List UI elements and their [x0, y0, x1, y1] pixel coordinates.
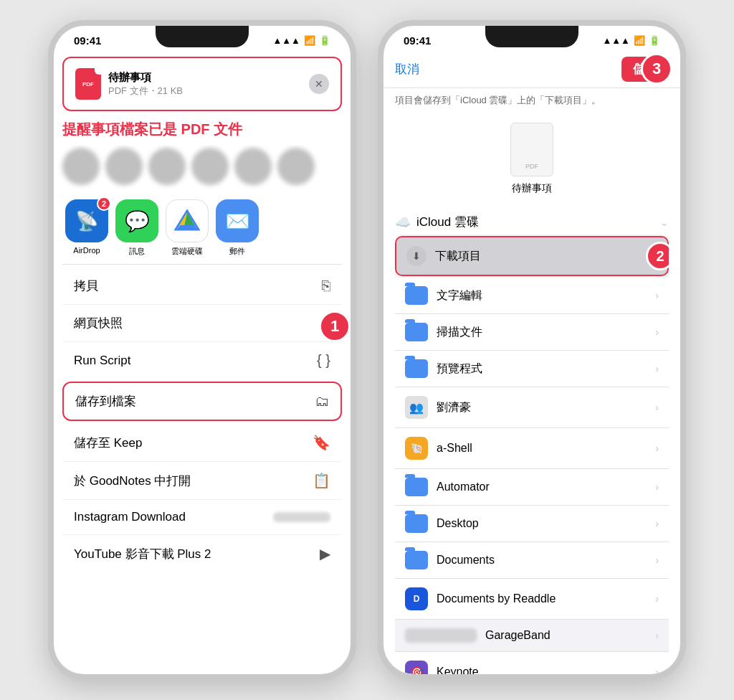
- folder-name-downloads: 下載項目: [435, 249, 654, 264]
- app-item-mail[interactable]: ✉️ 郵件: [216, 199, 259, 257]
- action-snapshot[interactable]: 網頁快照 P: [62, 305, 342, 342]
- folder-item-preview[interactable]: 預覽程式 ›: [395, 351, 669, 387]
- folder-item-textedit[interactable]: 文字編輯 ›: [395, 278, 669, 314]
- app-item-drive[interactable]: 雲端硬碟: [166, 199, 209, 257]
- app-row: 2 📡 AirDrop 💬 訊息: [54, 192, 351, 264]
- cloud-icon: ☁️: [395, 214, 411, 230]
- keep-label: 儲存至 Keep: [74, 435, 142, 451]
- save-btn-wrapper: 3 儲存: [621, 57, 669, 82]
- svg-marker-4: [177, 225, 197, 230]
- folder-chevron-readdle: ›: [655, 593, 659, 605]
- drive-label: 雲端硬碟: [171, 246, 203, 257]
- folder-item-downloads[interactable]: ⬇ 下載項目 ›: [395, 236, 669, 276]
- action-copy[interactable]: 拷貝 ⎘: [62, 268, 342, 305]
- action-goodnotes[interactable]: 於 GoodNotes 中打開 📋: [62, 462, 342, 500]
- tutorial-label: 提醒事項檔案已是 PDF 文件: [54, 115, 351, 145]
- folder-row-downloads-wrapper: 2 ⬇ 下載項目 ›: [395, 236, 669, 276]
- folder-item-garageband[interactable]: GarageBand ›: [395, 620, 669, 652]
- folder-item-documents[interactable]: Documents ›: [395, 542, 669, 579]
- automator-folder-icon: [405, 478, 428, 496]
- folder-item-scan[interactable]: 掃描文件 ›: [395, 314, 669, 351]
- keep-icon: 🔖: [313, 434, 330, 451]
- instagram-blur: [273, 512, 330, 522]
- avatar-5: [234, 148, 272, 185]
- actions-container: 拷貝 ⎘ 網頁快照 P Run Script { } 1: [54, 268, 351, 379]
- folder-name-scan: 掃描文件: [437, 325, 655, 340]
- textedit-folder-icon: [405, 286, 428, 305]
- badge-1: 1: [319, 311, 351, 342]
- time-2: 09:41: [404, 34, 431, 47]
- badge-2: 2: [646, 242, 669, 270]
- notch: [156, 26, 249, 47]
- action-instagram[interactable]: Instagram Download: [62, 500, 342, 535]
- action-keep[interactable]: 儲存至 Keep 🔖: [62, 424, 342, 462]
- snapshot-label: 網頁快照: [74, 315, 123, 331]
- folder-chevron-ashell: ›: [655, 443, 659, 454]
- app-item-messages[interactable]: 💬 訊息: [115, 199, 158, 257]
- folder-item-ashell[interactable]: 🐚 a-Shell ›: [395, 428, 669, 469]
- action-runscript[interactable]: Run Script { }: [62, 342, 342, 379]
- drive-icon: [166, 199, 209, 242]
- save-header: 取消 3 儲存: [383, 49, 680, 88]
- phone-2: 09:41 ▲▲▲ 📶 🔋 取消 3 儲存 項目會儲存到「iCloud 雲碟」上…: [378, 20, 686, 680]
- goodnotes-icon: 📋: [313, 472, 330, 489]
- copy-icon: ⎘: [322, 278, 330, 294]
- cancel-button[interactable]: 取消: [395, 61, 419, 77]
- folder-name-ashell: a-Shell: [437, 442, 655, 455]
- storage-header: ☁️ iCloud 雲碟 ⌄: [395, 207, 669, 235]
- storage-chevron: ⌄: [660, 217, 669, 228]
- file-header: PDF 待辦事項 PDF 文件・21 KB ✕: [62, 57, 342, 111]
- action-list-2: 儲存至 Keep 🔖 於 GoodNotes 中打開 📋 Instagram D…: [62, 424, 342, 572]
- folder-chevron-garageband: ›: [655, 630, 659, 641]
- copy-label: 拷貝: [74, 278, 98, 294]
- wifi-icon-2: 📶: [634, 35, 645, 46]
- save-description: 項目會儲存到「iCloud 雲碟」上的「下載項目」。: [383, 88, 680, 115]
- action-save-files[interactable]: 儲存到檔案 🗂: [64, 383, 340, 420]
- folder-name-keynote: Keynote: [437, 666, 655, 674]
- avatar-2: [105, 148, 143, 185]
- action-save-files-wrapper: 儲存到檔案 🗂: [62, 382, 342, 421]
- download-folder-icon: ⬇: [406, 246, 426, 266]
- runscript-icon: { }: [317, 352, 330, 369]
- folder-item-keynote[interactable]: 🎯 Keynote ›: [395, 652, 669, 674]
- youtube-label: YouTube 影音下載 Plus 2: [74, 546, 211, 562]
- folder-item-automator[interactable]: Automator ›: [395, 469, 669, 506]
- storage-section: ☁️ iCloud 雲碟 ⌄ 2 ⬇ 下載項目 ›: [383, 207, 680, 674]
- file-info: PDF 待辦事項 PDF 文件・21 KB: [75, 68, 183, 100]
- avatar-3: [148, 148, 186, 185]
- folder-item-desktop[interactable]: Desktop ›: [395, 506, 669, 542]
- folder-chevron-scan: ›: [655, 326, 659, 338]
- airdrop-badge: 2: [97, 197, 111, 211]
- instagram-label: Instagram Download: [74, 510, 186, 524]
- save-files-label: 儲存到檔案: [75, 393, 136, 410]
- avatar-4: [191, 148, 229, 185]
- messages-icon: 💬: [115, 199, 158, 242]
- share-sheet-content: PDF 待辦事項 PDF 文件・21 KB ✕ 提醒事項檔案已是 PDF 文件: [54, 57, 351, 572]
- share-sheet: PDF 待辦事項 PDF 文件・21 KB ✕ 提醒事項檔案已是 PDF 文件: [54, 57, 351, 572]
- ashell-icon: 🐚: [405, 437, 428, 460]
- avatar-row: [54, 145, 351, 192]
- folder-chevron-people: ›: [655, 402, 659, 413]
- folder-chevron-desktop: ›: [655, 518, 659, 529]
- pdf-preview-label: 待辦事項: [512, 182, 552, 195]
- readdle-icon: D: [405, 587, 428, 610]
- airdrop-label: AirDrop: [73, 246, 100, 255]
- close-button[interactable]: ✕: [309, 74, 329, 94]
- goodnotes-label: 於 GoodNotes 中打開: [74, 473, 191, 489]
- folder-item-people[interactable]: 👥 劉濟豪 ›: [395, 387, 669, 428]
- folder-chevron-textedit: ›: [655, 290, 659, 301]
- folder-item-readdle[interactable]: D Documents by Readdle ›: [395, 579, 669, 620]
- folder-name-textedit: 文字編輯: [437, 288, 655, 303]
- pdf-icon: PDF: [75, 68, 101, 100]
- status-icons-2: ▲▲▲ 📶 🔋: [602, 35, 660, 46]
- folder-name-documents: Documents: [437, 554, 655, 567]
- save-files-icon: 🗂: [315, 393, 329, 410]
- people-icon: 👥: [405, 396, 428, 419]
- mail-icon: ✉️: [216, 199, 259, 242]
- divider-1: [62, 264, 342, 265]
- pdf-preview-icon: PDF: [510, 123, 553, 176]
- folder-name-automator: Automator: [437, 481, 655, 493]
- folder-chevron-automator: ›: [655, 481, 659, 493]
- action-youtube[interactable]: YouTube 影音下載 Plus 2 ▶: [62, 535, 342, 572]
- app-item-airdrop[interactable]: 2 📡 AirDrop: [65, 199, 108, 257]
